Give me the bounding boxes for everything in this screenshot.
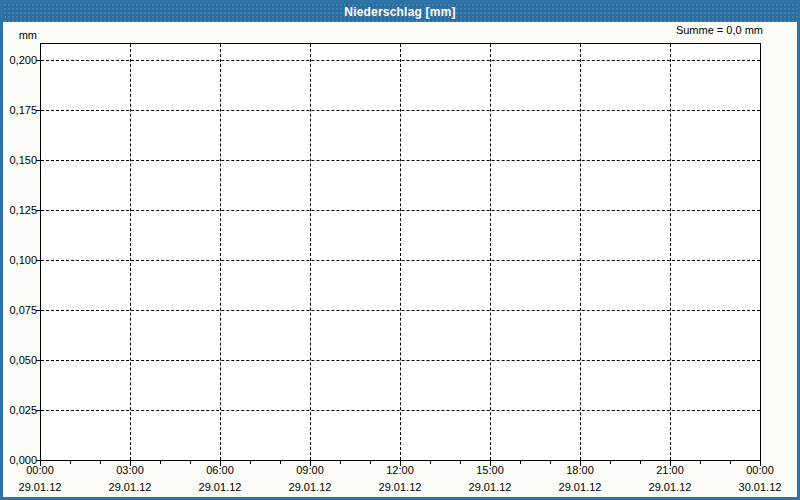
- y-tick-label: 0,175: [3, 104, 37, 116]
- v-gridline: [220, 44, 221, 460]
- y-tick-label: 0,125: [3, 204, 37, 216]
- x-tick-date: 29.01.12: [458, 481, 522, 493]
- y-axis-ticks: [36, 60, 40, 462]
- v-gridline: [130, 44, 131, 460]
- sum-annotation: Summe = 0,0 mm: [676, 24, 763, 36]
- v-gridline: [490, 44, 491, 460]
- x-tick-date: 29.01.12: [98, 481, 162, 493]
- x-tick-time: 00:00: [730, 464, 790, 476]
- chart-window: Niederschlag [mm] Summe = 0,0 mm mm 0,20…: [0, 0, 800, 500]
- x-tick-date: 29.01.12: [188, 481, 252, 493]
- x-tick-time: 21:00: [640, 464, 700, 476]
- x-tick-date: 29.01.12: [548, 481, 612, 493]
- v-gridline: [670, 44, 671, 460]
- x-tick-time: 15:00: [460, 464, 520, 476]
- x-tick-time: 03:00: [100, 464, 160, 476]
- v-gridline: [400, 44, 401, 460]
- x-tick-date: 29.01.12: [368, 481, 432, 493]
- chart-title: Niederschlag [mm]: [344, 5, 455, 19]
- x-tick-time: 06:00: [190, 464, 250, 476]
- x-tick-time: 09:00: [280, 464, 340, 476]
- x-tick-time: 12:00: [370, 464, 430, 476]
- y-tick-label: 0,150: [3, 154, 37, 166]
- x-tick-date: 29.01.12: [638, 481, 702, 493]
- y-tick-label: 0,025: [3, 404, 37, 416]
- y-tick-label: 0,075: [3, 304, 37, 316]
- v-gridline: [580, 44, 581, 460]
- x-tick-date: 30.01.12: [728, 481, 792, 493]
- y-tick-label: 0,100: [3, 254, 37, 266]
- y-axis-unit-label: mm: [3, 29, 37, 41]
- v-gridline: [310, 44, 311, 460]
- y-tick-label: 0,050: [3, 354, 37, 366]
- x-tick-time: 18:00: [550, 464, 610, 476]
- chart-title-bar: Niederschlag [mm]: [3, 3, 797, 22]
- x-tick-time: 00:00: [10, 464, 70, 476]
- plot-area: [40, 43, 761, 461]
- x-tick-date: 29.01.12: [278, 481, 342, 493]
- x-tick-date: 29.01.12: [8, 481, 72, 493]
- y-tick-label: 0,200: [3, 54, 37, 66]
